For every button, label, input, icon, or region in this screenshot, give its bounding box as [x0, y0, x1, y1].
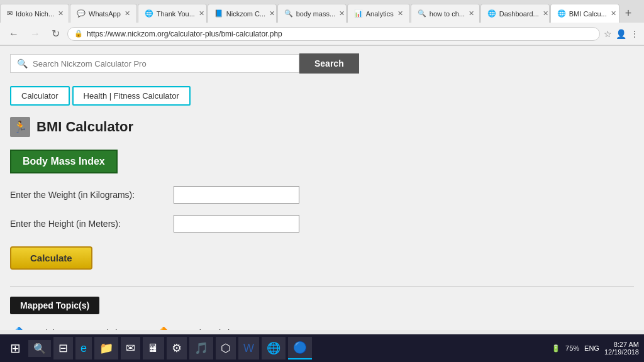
health-fitness-nav-button[interactable]: Health | Fitness Calculator — [72, 86, 191, 106]
topic-item-length[interactable]: 🔶 Length Switches — [155, 324, 242, 330]
tab-nickzom[interactable]: 📘 Nickzom C... ✕ — [208, 4, 277, 23]
tab-bmicalc[interactable]: 🌐 BMI Calcu... ✕ — [550, 4, 619, 23]
tab-gmail[interactable]: ✉ Idoko Nich... ✕ — [0, 4, 69, 23]
calculator-nav-button[interactable]: Calculator — [10, 86, 70, 106]
tab-label-dashboard: Dashboard... — [499, 10, 539, 18]
search-input[interactable] — [33, 59, 292, 69]
tab-thankyou[interactable]: 🌐 Thank You... ✕ — [138, 4, 207, 23]
taskbar-search-button[interactable]: 🔍 — [28, 340, 51, 357]
start-button[interactable]: ⊞ — [5, 338, 26, 358]
new-tab-button[interactable]: + — [620, 7, 637, 20]
search-input-wrapper: 🔍 — [10, 54, 299, 73]
length-label: Length Switches — [177, 328, 242, 330]
reload-button[interactable]: ↻ — [48, 26, 64, 41]
search-icon: 🔍 — [17, 58, 28, 69]
tab-bodymass[interactable]: 🔍 body mass... ✕ — [277, 4, 347, 23]
tab-close-bodymass[interactable]: ✕ — [339, 9, 345, 18]
height-row: Enter the Height (in Meters): — [10, 215, 634, 233]
taskbar-chrome-button[interactable]: 🔵 — [288, 337, 312, 359]
tab-label-gmail: Idoko Nich... — [16, 10, 54, 18]
tab-label-nickzom: Nickzom C... — [226, 10, 265, 18]
search-button[interactable]: Search — [299, 53, 359, 74]
tab-whatsapp[interactable]: 💬 WhatsApp ✕ — [70, 4, 137, 23]
taskbar-view-button[interactable]: ⊟ — [53, 337, 73, 359]
topics-row: 🔷 Weight & Mass Switches 🔶 Length Switch… — [10, 324, 634, 330]
tab-label-analytics: Analytics — [366, 10, 394, 18]
tab-analytics[interactable]: 📊 Analytics ✕ — [347, 4, 410, 23]
taskbar-word-button[interactable]: W — [238, 337, 259, 359]
tab-favicon-dashboard: 🌐 — [487, 9, 496, 18]
tab-favicon-thankyou: 🌐 — [145, 9, 153, 18]
taskbar-settings-button[interactable]: ⚙ — [167, 337, 187, 359]
taskbar-time-display: 8:27 AM — [604, 341, 639, 348]
taskbar: ⊞ 🔍 ⊟ e 📁 ✉ 🖩 ⚙ 🎵 ⬡ W 🌐 🔵 🔋 75% ENG 8:27… — [0, 334, 644, 362]
calculate-button[interactable]: Calculate — [10, 246, 92, 270]
taskbar-browser2-button[interactable]: 🌐 — [262, 337, 286, 359]
tab-close-howtoche[interactable]: ✕ — [469, 9, 474, 18]
height-input[interactable] — [174, 215, 299, 233]
tab-favicon-howtoche: 🔍 — [418, 9, 426, 18]
battery-icon: 🔋 — [552, 344, 560, 353]
taskbar-media-button[interactable]: 🎵 — [189, 337, 213, 359]
weight-label: Enter the Weight (in Kilograms): — [10, 190, 161, 200]
menu-button[interactable]: ⋮ — [630, 29, 639, 39]
tab-howtoche[interactable]: 🔍 how to ch... ✕ — [411, 4, 480, 23]
tab-close-gmail[interactable]: ✕ — [58, 9, 64, 18]
mapped-topics-badge: Mapped Topic(s) — [10, 297, 99, 314]
main-area: 🏃 BMI Calculator Body Mass Index Enter t… — [0, 111, 644, 330]
tab-bar: ✉ Idoko Nich... ✕ 💬 WhatsApp ✕ 🌐 Thank Y… — [0, 0, 644, 23]
tab-label-bodymass: body mass... — [296, 10, 335, 18]
weight-input[interactable] — [174, 186, 299, 204]
profile-button[interactable]: 👤 — [616, 29, 626, 39]
tab-favicon-analytics: 📊 — [354, 9, 363, 18]
bmi-icon-image: 🏃 — [13, 120, 27, 134]
weight-mass-icon: 🔷 — [10, 324, 28, 330]
tab-dashboard[interactable]: 🌐 Dashboard... ✕ — [480, 4, 550, 23]
forward-button[interactable]: → — [26, 27, 44, 41]
taskbar-mail-button[interactable]: ✉ — [121, 337, 140, 359]
length-icon: 🔶 — [155, 324, 172, 330]
taskbar-language: ENG — [584, 344, 599, 352]
tab-favicon-bodymass: 🔍 — [284, 9, 293, 18]
tab-label-bmicalc: BMI Calcu... — [569, 10, 607, 18]
search-bar-area: 🔍 Search — [0, 46, 644, 81]
section-divider — [10, 286, 634, 287]
taskbar-calc-button[interactable]: 🖩 — [143, 337, 164, 359]
taskbar-files-button[interactable]: 📁 — [94, 337, 118, 359]
bmi-badge: Body Mass Index — [10, 150, 118, 173]
page-title-row: 🏃 BMI Calculator — [10, 117, 634, 137]
taskbar-date-display: 12/19/2018 — [604, 348, 639, 356]
bmi-icon: 🏃 — [10, 117, 30, 137]
tab-close-analytics[interactable]: ✕ — [397, 9, 403, 18]
tab-close-bmicalc[interactable]: ✕ — [611, 9, 616, 18]
topic-item-weight-mass[interactable]: 🔷 Weight & Mass Switches — [10, 324, 130, 330]
taskbar-right: 🔋 75% ENG 8:27 AM 12/19/2018 — [552, 341, 639, 356]
tab-favicon-whatsapp: 💬 — [77, 9, 86, 18]
height-label: Enter the Height (in Meters): — [10, 219, 161, 229]
tab-label-whatsapp: WhatsApp — [89, 10, 121, 18]
battery-level: 75% — [565, 344, 579, 352]
tab-label-howtoche: how to ch... — [430, 10, 465, 18]
mapped-topics-section: Mapped Topic(s) 🔷 Weight & Mass Switches… — [10, 297, 634, 330]
back-button[interactable]: ← — [5, 27, 23, 41]
weight-row: Enter the Weight (in Kilograms): — [10, 186, 634, 204]
tab-favicon-nickzom: 📘 — [214, 9, 223, 18]
tab-favicon-gmail: ✉ — [7, 9, 13, 18]
taskbar-edge-button[interactable]: e — [75, 337, 92, 359]
page-content: 🔍 Search Calculator Health | Fitness Cal… — [0, 46, 644, 330]
browser-chrome: ✉ Idoko Nich... ✕ 💬 WhatsApp ✕ 🌐 Thank Y… — [0, 0, 644, 46]
tab-close-dashboard[interactable]: ✕ — [543, 9, 548, 18]
tab-label-thankyou: Thank You... — [157, 10, 195, 18]
address-bar[interactable]: 🔒 https://www.nickzom.org/calculator-plu… — [67, 27, 600, 41]
nav-bar: ← → ↻ 🔒 https://www.nickzom.org/calculat… — [0, 23, 644, 45]
tab-close-nickzom[interactable]: ✕ — [269, 9, 275, 18]
address-text: https://www.nickzom.org/calculator-plus/… — [87, 30, 593, 38]
tab-close-thankyou[interactable]: ✕ — [199, 9, 204, 18]
page-title: BMI Calculator — [36, 119, 133, 135]
calc-nav: Calculator Health | Fitness Calculator — [0, 81, 644, 111]
taskbar-apps-button[interactable]: ⬡ — [216, 337, 236, 359]
bookmark-button[interactable]: ☆ — [604, 29, 612, 39]
tab-close-whatsapp[interactable]: ✕ — [125, 9, 130, 18]
bmi-section: Body Mass Index Enter the Weight (in Kil… — [10, 150, 634, 276]
weight-mass-label: Weight & Mass Switches — [33, 328, 130, 330]
